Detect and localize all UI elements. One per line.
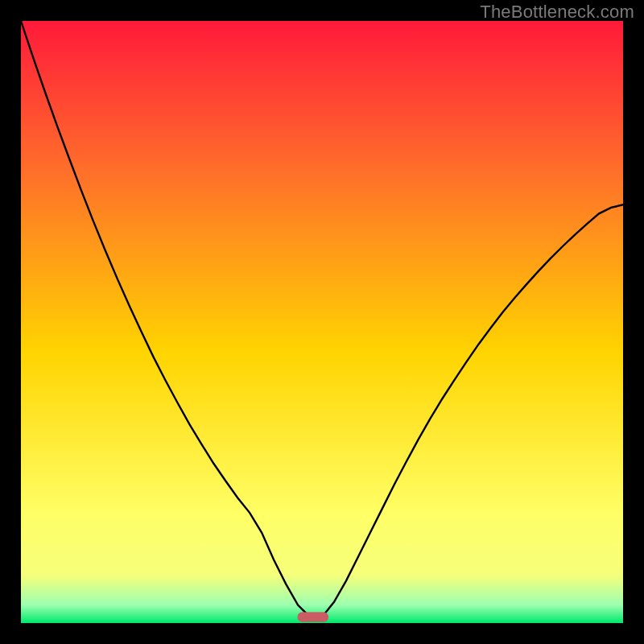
optimal-point-marker	[298, 613, 328, 621]
chart-plot-area	[21, 21, 623, 623]
chart-frame: TheBottleneck.com	[0, 0, 644, 644]
watermark-text: TheBottleneck.com	[480, 2, 634, 23]
chart-svg	[21, 21, 623, 623]
chart-background	[21, 21, 623, 623]
